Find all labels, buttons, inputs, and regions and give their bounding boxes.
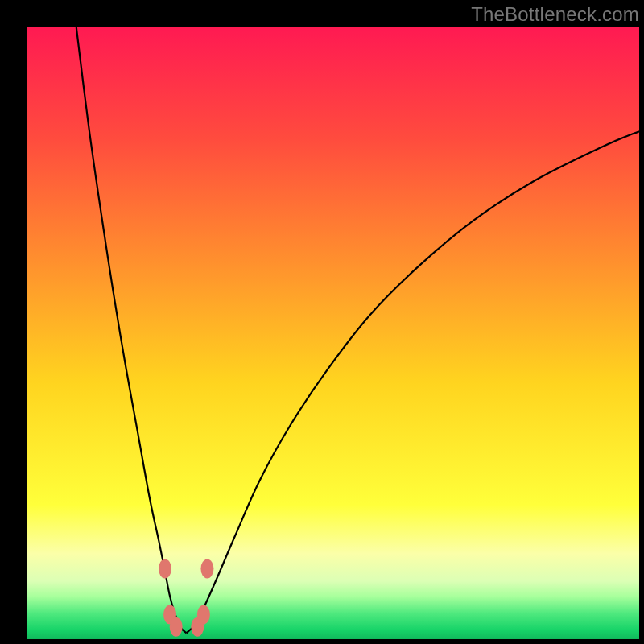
data-marker — [159, 559, 171, 579]
data-marker — [197, 605, 210, 625]
plot-area — [27, 27, 639, 639]
chart-frame: TheBottleneck.com — [0, 0, 644, 644]
chart-svg — [27, 27, 639, 639]
data-marker — [200, 559, 213, 579]
watermark-text: TheBottleneck.com — [471, 3, 639, 26]
data-marker — [170, 617, 183, 637]
